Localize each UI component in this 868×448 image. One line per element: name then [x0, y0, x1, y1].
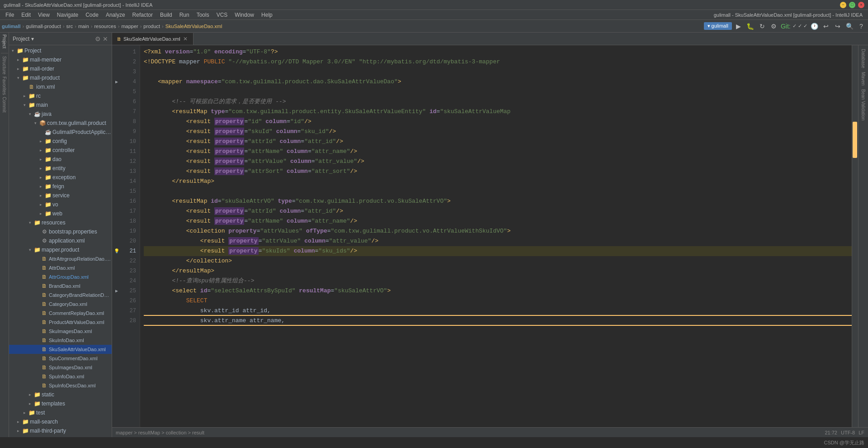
sidebar-settings-icon[interactable]: ⚙ [95, 35, 101, 43]
src-tab[interactable]: src [66, 24, 73, 29]
mapper-tab[interactable]: mapper [121, 24, 138, 29]
tree-vo[interactable]: ▸ 📁 vo [9, 200, 112, 209]
menu-vcs[interactable]: VCS [213, 11, 231, 19]
menu-refactor[interactable]: Refactor [129, 11, 156, 19]
tree-attrgroup-dao[interactable]: 🗎 AttrGroupDao.xml [9, 272, 112, 281]
scrollbar-area[interactable] [852, 45, 858, 427]
tree-main[interactable]: ▾ 📁 main [9, 100, 112, 110]
menu-build[interactable]: Build [156, 11, 176, 19]
tree-bootstrap[interactable]: ⚙ bootstrap.properties [9, 227, 112, 236]
menu-window[interactable]: Window [231, 11, 258, 19]
tree-mall-search[interactable]: ▸ 📁 mall-search [9, 417, 112, 426]
brand-dao-icon: 🗎 [41, 282, 48, 290]
tree-config[interactable]: ▸ 📁 config [9, 137, 112, 146]
menu-view[interactable]: View [34, 11, 53, 19]
menu-navigate[interactable]: Navigate [53, 11, 82, 19]
right-side-labels: Database Maven Bean Validation [858, 45, 868, 427]
tree-package[interactable]: ▾ 📦 com.txw.gulimall.product [9, 119, 112, 128]
resources-tab[interactable]: resources [94, 24, 116, 29]
tree-spu-images[interactable]: 🗎 SpuImagesDao.xml [9, 363, 112, 372]
module-tab[interactable]: gulimall-product [26, 24, 61, 29]
tree-web[interactable]: ▸ 📁 web [9, 209, 112, 218]
favorites-activity[interactable]: Favorites [2, 76, 7, 95]
run-icon[interactable]: ▶ [734, 21, 744, 31]
code-editor[interactable]: <?xml version="1.0" encoding="UTF-8"?> <… [140, 45, 852, 427]
commit-activity[interactable]: Commit [2, 97, 7, 112]
menu-help[interactable]: Help [258, 11, 276, 19]
tree-mall-ware[interactable]: ▸ 📁 mall-ware [9, 435, 112, 437]
tree-mall-product[interactable]: ▾ 📁 mall-product [9, 73, 112, 82]
tree-exception[interactable]: ▸ 📁 exception [9, 173, 112, 182]
tree-application[interactable]: ⚙ application.xml [9, 236, 112, 245]
menu-analyze[interactable]: Analyze [102, 11, 129, 19]
tree-brand-dao[interactable]: 🗎 BrandDao.xml [9, 281, 112, 291]
sync-icon[interactable]: ↻ [757, 21, 767, 31]
menu-code[interactable]: Code [82, 11, 102, 19]
tree-static[interactable]: ▸ 📁 static [9, 390, 112, 399]
tree-product-attr[interactable]: 🗎 ProductAttrValueDao.xml [9, 318, 112, 327]
tree-project[interactable]: ▾ 📁 Project [9, 46, 112, 55]
tree-sku-sale-attr[interactable]: 🗎 SkuSaleAttrValueDao.xml [9, 345, 112, 354]
tree-entity[interactable]: ▸ 📁 entity [9, 164, 112, 173]
project-indicator[interactable]: ▾ gulimall [704, 22, 732, 30]
git-icon[interactable]: Git: [781, 21, 791, 31]
tree-app-class[interactable]: ☕ GulimallProductApplication [9, 128, 112, 137]
tree-iom-xml[interactable]: 🗎 iom.xml [9, 82, 112, 91]
scroll-thumb[interactable] [853, 122, 857, 158]
tree-controller[interactable]: ▸ 📁 controller [9, 146, 112, 155]
tree-spu-info-desc[interactable]: 🗎 SpuInfoDescDao.xml [9, 381, 112, 390]
tree-java[interactable]: ▾ ☕ java [9, 110, 112, 119]
maximize-button[interactable]: □ [849, 2, 855, 8]
bean-validation-label[interactable]: Bean Validation [861, 89, 866, 120]
product-tab[interactable]: product [143, 24, 160, 29]
tree-feign[interactable]: ▸ 📁 feign [9, 182, 112, 191]
minimize-button[interactable]: − [840, 2, 846, 8]
test-icon: 📁 [28, 409, 35, 416]
menu-tools[interactable]: Tools [193, 11, 213, 19]
project-tab[interactable]: gulimall [2, 24, 21, 29]
maven-label[interactable]: Maven [861, 72, 866, 86]
help-icon[interactable]: ? [856, 21, 866, 31]
menu-file[interactable]: File [2, 11, 18, 19]
mall-ware-icon: 📁 [22, 436, 29, 437]
sidebar-close-icon[interactable]: ✕ [103, 35, 108, 43]
tree-dao[interactable]: ▸ 📁 dao [9, 155, 112, 164]
tree-sku-info[interactable]: 🗎 SkuInfoDao.xml [9, 336, 112, 345]
tree-test[interactable]: ▸ 📁 test [9, 408, 112, 417]
tree-category-brand[interactable]: 🗎 CategoryBrandRelationDao.xml [9, 291, 112, 300]
database-label[interactable]: Database [861, 49, 866, 68]
file-tab[interactable]: SkuSaleAttrValueDao.xml [165, 24, 222, 29]
tree-spu-comment[interactable]: 🗎 SpuCommentDao.xml [9, 354, 112, 363]
tree-category-dao[interactable]: 🗎 CategoryDao.xml [9, 300, 112, 309]
tree-templates[interactable]: ▸ 📁 templates [9, 399, 112, 408]
window-controls[interactable]: − □ ✕ [840, 2, 864, 8]
tree-mapper-product[interactable]: ▾ 📁 mapper.product [9, 245, 112, 254]
tree-rc[interactable]: ▸ 📁 rc [9, 91, 112, 100]
debug-icon[interactable]: 🐛 [745, 21, 755, 31]
redo-icon[interactable]: ↪ [833, 21, 843, 31]
tree-comment-replay[interactable]: 🗎 CommentReplayDao.xml [9, 309, 112, 318]
bottom-bar: mapper > resultMap > collection > result… [112, 427, 868, 437]
settings-icon[interactable]: ⚙ [769, 21, 779, 31]
menu-edit[interactable]: Edit [18, 11, 34, 19]
tab-close-button[interactable]: ✕ [182, 36, 189, 42]
tree-service[interactable]: ▸ 📁 service [9, 191, 112, 200]
menu-run[interactable]: Run [176, 11, 193, 19]
tree-label-attrgroup: AttrAttrgroupRelationDao.xml [49, 256, 112, 262]
search-toolbar-icon[interactable]: 🔍 [844, 21, 854, 31]
main-tab[interactable]: main [78, 24, 89, 29]
undo-icon[interactable]: ↩ [821, 21, 831, 31]
tree-sku-images[interactable]: 🗎 SkuImagesDao.xml [9, 327, 112, 336]
tree-mall-third[interactable]: ▸ 📁 mall-third-party [9, 426, 112, 435]
tree-resources[interactable]: ▾ 📁 resources [9, 218, 112, 227]
project-activity[interactable]: Project [2, 34, 7, 48]
clock-icon[interactable]: 🕐 [809, 21, 819, 31]
tree-spu-info[interactable]: 🗎 SpuInfoDao.xml [9, 372, 112, 381]
close-button[interactable]: ✕ [858, 2, 864, 8]
structure-activity[interactable]: Structure [2, 56, 7, 75]
editor-tab-active[interactable]: 🗎 SkuSaleAttrValueDao.xml ✕ [112, 33, 193, 45]
tree-mall-order[interactable]: ▸ 📁 mall-order [9, 64, 112, 73]
tree-attr-attrgroup[interactable]: 🗎 AttrAttrgroupRelationDao.xml [9, 254, 112, 263]
tree-attr-dao[interactable]: 🗎 AttrDao.xml [9, 263, 112, 272]
tree-mall-member[interactable]: ▸ 📁 mall-member [9, 55, 112, 64]
